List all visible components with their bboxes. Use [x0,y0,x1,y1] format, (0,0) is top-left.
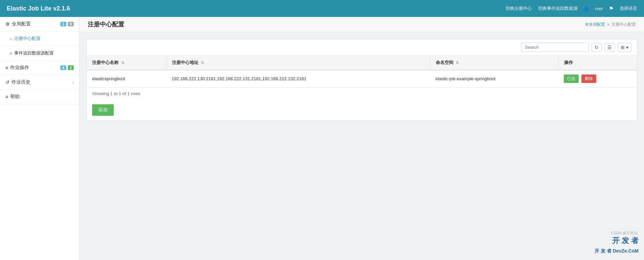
cell-namespace: elastic-job-example-springboot [430,70,558,87]
cell-actions: 已连 删除 [558,70,637,87]
search-input[interactable] [521,43,589,52]
col-action: 操作 [558,56,637,70]
job-operations-badge2: 2 [68,65,74,70]
sidebar-global-config-label: 全局配置 [12,21,31,27]
global-config-badge1: 1 [60,22,66,26]
sidebar-item-event-trace-config[interactable]: ○ 事件追踪数据源配置 [0,46,79,61]
username: root [595,6,603,11]
sort-icon-address[interactable]: ⇅ [201,61,204,65]
header: Elastic Job Lite v2.1.6 切换注册中心 切换事件追踪数据源… [0,0,644,17]
sidebar-item-job-operations[interactable]: ≡ 作业操作 4 2 [0,61,79,75]
add-button-area: 添加 [87,100,637,121]
refresh-button[interactable]: ↻ [592,43,602,52]
add-button[interactable]: 添加 [92,104,114,116]
grid-view-button[interactable]: ⊞ ▾ [618,43,631,52]
job-operations-badges: 4 2 [60,65,74,70]
circle-icon: ○ [9,36,12,41]
main-content: 注册中心配置 ⚙全局配置 » 注册中心配置 ↻ ☰ ⊞ ▾ [80,17,644,260]
sidebar-help-label: 帮助 [10,94,20,100]
col-namespace: 命名空间 ⇅ [430,56,558,70]
global-config-badges: 1 0 [60,22,74,26]
cell-name: elasticspringboot [87,70,166,87]
sidebar-registry-config-label: 注册中心配置 [14,36,41,42]
delete-button[interactable]: 删除 [581,74,596,83]
sidebar-event-trace-label: 事件追踪数据源配置 [14,50,54,56]
sidebar-job-operations-label: 作业操作 [10,65,29,71]
connected-button[interactable]: 已连 [564,74,579,83]
chevron-left-icon: ‹ [72,80,74,85]
page-title: 注册中心配置 [88,20,124,28]
sidebar-item-job-history[interactable]: ↺ 作业历史 ‹ [0,75,79,90]
help-icon: ≡ [5,94,8,100]
job-operations-badge1: 4 [60,65,66,70]
col-name: 注册中心名称 ⇅ [87,56,166,70]
user-icon: 👤 [584,6,589,11]
cell-address: 192.168.222.130:2181,192.168.222.131:218… [166,70,430,87]
sidebar: ⚙ 全局配置 1 0 ○ 注册中心配置 ○ 事件追踪数据源配置 ≡ 作业操作 4… [0,17,80,260]
flag-icon: ⚑ [609,5,614,12]
switch-registry-link[interactable]: 切换注册中心 [506,5,532,12]
pagination-info: Showing 1 to 1 of 1 rows [87,87,637,100]
breadcrumb-separator: » [607,22,609,27]
breadcrumb-current: 注册中心配置 [611,22,636,27]
sort-icon-namespace[interactable]: ⇅ [456,61,459,65]
table-header-row: 注册中心名称 ⇅ 注册中心地址 ⇅ 命名空间 ⇅ 操作 [87,56,637,70]
registry-table: 注册中心名称 ⇅ 注册中心地址 ⇅ 命名空间 ⇅ 操作 [87,56,637,87]
table-row: elasticspringboot 192.168.222.130:2181,1… [87,70,637,87]
sidebar-item-global-config[interactable]: ⚙ 全局配置 1 0 [0,17,79,31]
gear-icon: ⚙ [5,21,10,27]
sort-icon-name[interactable]: ⇅ [121,61,124,65]
circle-icon2: ○ [9,51,12,56]
list-icon: ≡ [5,65,8,70]
sidebar-item-help[interactable]: ≡ 帮助 [0,90,79,104]
breadcrumb: ⚙全局配置 » 注册中心配置 [585,22,636,27]
app-title: Elastic Job Lite v2.1.6 [7,5,70,12]
content-toolbar: ↻ ☰ ⊞ ▾ [87,39,637,56]
switch-event-trace-link[interactable]: 切换事件追踪数据源 [538,5,578,12]
breadcrumb-bar: 注册中心配置 ⚙全局配置 » 注册中心配置 [80,17,644,32]
breadcrumb-global-config[interactable]: ⚙全局配置 [585,22,605,27]
history-icon: ↺ [5,80,9,85]
content-panel: ↻ ☰ ⊞ ▾ 注册中心名称 ⇅ 注册中心地址 ⇅ [86,39,637,121]
col-address: 注册中心地址 ⇅ [166,56,430,70]
sidebar-job-history-label: 作业历史 [12,79,30,85]
select-language-link[interactable]: 选择语言 [620,5,637,12]
global-config-badge2: 0 [68,22,74,26]
layout: ⚙ 全局配置 1 0 ○ 注册中心配置 ○ 事件追踪数据源配置 ≡ 作业操作 4… [0,17,644,260]
sidebar-item-registry-config[interactable]: ○ 注册中心配置 [0,31,79,46]
list-view-button[interactable]: ☰ [604,43,615,52]
header-nav: 切换注册中心 切换事件追踪数据源 👤 root ⚑ 选择语言 [506,5,637,12]
